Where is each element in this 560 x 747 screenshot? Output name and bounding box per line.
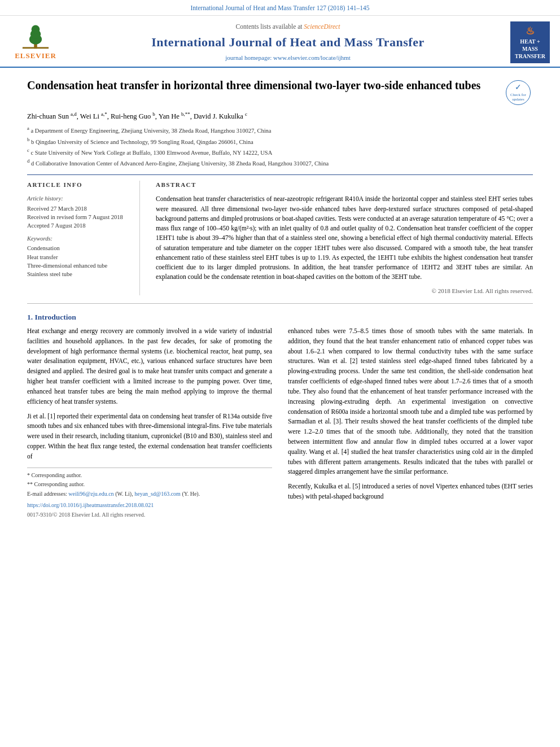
abstract-text: Condensation heat transfer characteristi… <box>156 194 533 282</box>
email-link-1[interactable]: weili96@zju.edu.cn <box>68 491 113 497</box>
journal-citation: International Journal of Heat and Mass T… <box>190 5 369 11</box>
body-para-1: Heat exchange and energy recovery are co… <box>27 326 272 407</box>
body-left: Heat exchange and energy recovery are co… <box>27 326 272 519</box>
article-dates: Received 27 March 2018 Received in revis… <box>27 204 129 230</box>
svg-rect-4 <box>23 47 49 49</box>
elsevier-brand-text: ELSEVIER <box>15 51 56 62</box>
abstract-col: ABSTRACT Condensation heat transfer char… <box>156 181 533 295</box>
top-bar: International Journal of Heat and Mass T… <box>0 0 560 16</box>
doi-line: https://doi.org/10.1016/j.ijheatmasstran… <box>27 501 272 510</box>
affiliation-c: c c State University of New York College… <box>27 147 533 157</box>
svg-point-3 <box>32 25 40 34</box>
keywords-label: Keywords: <box>27 234 129 243</box>
received-date: Received 27 March 2018 <box>27 204 129 213</box>
keyword-4: Stainless steel tube <box>27 270 129 278</box>
body-content: Heat exchange and energy recovery are co… <box>27 326 533 519</box>
article-history-label: Article history: <box>27 194 129 203</box>
article-info-heading: ARTICLE INFO <box>27 181 129 190</box>
body-right: enhanced tubes were 7.5–8.5 times those … <box>288 326 533 519</box>
elsevier-tree-icon <box>19 23 53 50</box>
journal-logo-right: ♨ HEAT + MASS TRANSFER <box>510 21 550 63</box>
section-divider <box>27 303 533 304</box>
article-info-abstract: ARTICLE INFO Article history: Received 2… <box>27 174 533 295</box>
body-para-right-1: enhanced tubes were 7.5–8.5 times those … <box>288 326 533 477</box>
footnote-section: * Corresponding author. ** Corresponding… <box>27 468 272 499</box>
section1-heading: 1. Introduction <box>27 312 533 323</box>
affiliations: a a Department of Energy Engineering, Zh… <box>27 125 533 168</box>
journal-title: International Journal of Heat and Mass T… <box>71 33 505 51</box>
received-revised: Received in revised form 7 August 2018 <box>27 213 129 221</box>
authors-line: Zhi-chuan Sun a,d, Wei Li a,*, Rui-heng … <box>27 111 533 121</box>
check-badge-text: Check for updates <box>506 93 530 102</box>
abstract-heading: ABSTRACT <box>156 181 533 190</box>
accepted-date: Accepted 7 August 2018 <box>27 221 129 230</box>
article-info-col: ARTICLE INFO Article history: Received 2… <box>27 181 140 295</box>
elsevier-logo: ELSEVIER <box>10 23 61 62</box>
authors-text: Zhi-chuan Sun a,d, Wei Li a,*, Rui-heng … <box>27 112 247 120</box>
footnote-2: ** Corresponding author. <box>27 480 272 489</box>
journal-header: ELSEVIER Contents lists available at Sci… <box>0 16 560 68</box>
main-content: Condensation heat transfer in horizontal… <box>0 68 560 529</box>
keyword-2: Heat transfer <box>27 253 129 261</box>
affiliation-a: a a Department of Energy Engineering, Zh… <box>27 125 533 135</box>
email-link-2[interactable]: heyan_sd@163.com <box>134 491 181 497</box>
copyright-line: © 2018 Elsevier Ltd. All rights reserved… <box>156 287 533 296</box>
keyword-3: Three-dimensional enhanced tube <box>27 261 129 270</box>
journal-homepage: journal homepage: www.elsevier.com/locat… <box>71 54 505 63</box>
body-para-2: Ji et al. [1] reported their experimenta… <box>27 412 272 462</box>
journal-logo-box: ♨ HEAT + MASS TRANSFER <box>510 21 550 63</box>
doi-link[interactable]: https://doi.org/10.1016/j.ijheatmasstran… <box>27 502 154 508</box>
article-title: Condensation heat transfer in horizontal… <box>27 78 506 93</box>
keywords-section: Keywords: Condensation Heat transfer Thr… <box>27 234 129 278</box>
sciencedirect-link[interactable]: ScienceDirect <box>304 23 340 30</box>
article-title-section: Condensation heat transfer in horizontal… <box>27 78 533 105</box>
body-para-right-2: Recently, Kukulka et al. [5] introduced … <box>288 482 533 502</box>
check-badge: ✓ Check for updates <box>506 80 533 105</box>
sciencedirect-line: Contents lists available at ScienceDirec… <box>71 22 505 32</box>
footnote-3: E-mail addresses: weili96@zju.edu.cn (W.… <box>27 490 272 499</box>
affiliation-d: d d Collaborative Innovation Center of A… <box>27 158 533 168</box>
keyword-1: Condensation <box>27 244 129 252</box>
journal-center: Contents lists available at ScienceDirec… <box>71 22 505 63</box>
affiliation-b: b b Qingdao University of Science and Te… <box>27 136 533 146</box>
issn-line: 0017-9310/© 2018 Elsevier Ltd. All right… <box>27 511 272 519</box>
footnote-1: * Corresponding author. <box>27 471 272 480</box>
